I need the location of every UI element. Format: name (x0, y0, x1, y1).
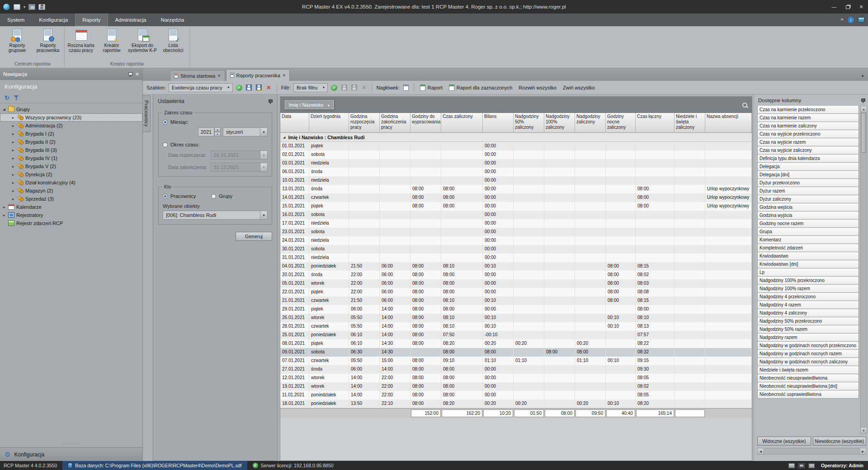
available-column-item[interactable]: Niedziele i święta razem (757, 366, 859, 374)
table-row[interactable]: 31.01.2021niedziela00:00 (280, 254, 752, 262)
table-row[interactable]: 26.01.2021wtorek05:5014:0008:0008:1000:1… (280, 314, 752, 322)
search-icon[interactable] (742, 103, 747, 108)
column-header[interactable]: Bilans (483, 113, 514, 133)
ribbon-button[interactable]: Kreator raportów (96, 27, 127, 54)
table-row[interactable]: 16.01.2021sobota00:00 (280, 211, 752, 219)
save-template-icon[interactable] (245, 84, 253, 91)
column-header[interactable]: Niedziele i święta zaliczony (675, 113, 705, 133)
save-template-as-icon[interactable] (255, 84, 263, 91)
table-row[interactable]: 22.01.2021piątek22:0006:0008:0008:0000:0… (280, 288, 752, 296)
printer-icon[interactable] (788, 463, 795, 468)
table-row[interactable]: 01.01.2021piątek00:00 (280, 142, 752, 150)
ribbon-button[interactable]: Raporty grupowe (2, 27, 33, 54)
configuration-footer-button[interactable]: ⚙ Konfiguracja (0, 447, 142, 461)
table-row[interactable]: 20.01.2021środa22:0006:0008:0008:0000:00… (280, 271, 752, 279)
tree-item[interactable]: Wszyscy pracownicy (23) (0, 113, 142, 122)
table-row[interactable]: 28.01.2021czwartek05:5014:0008:0008:1000… (280, 322, 752, 331)
table-row[interactable]: 19.01.2021wtorek14:0022:0008:0008:0000:0… (280, 382, 752, 391)
tab-strona-startowa[interactable]: Strona startowa ✕ (170, 70, 225, 81)
grid-icon[interactable] (808, 463, 815, 468)
panel-splitter[interactable]: ······ (0, 439, 142, 447)
available-column-item[interactable]: Godzina wyjścia (757, 211, 859, 220)
spin-up-icon[interactable]: ▲ (214, 127, 221, 132)
tab-pracownicy[interactable]: Pracownicy (143, 95, 151, 132)
table-row[interactable]: 07.01.2021czwartek05:5015:0008:0009:1001… (280, 357, 752, 365)
table-row[interactable]: 06.01.2021środa00:00 (280, 168, 752, 176)
report-selected-button[interactable]: Raport dla zaznaczonych (447, 84, 514, 92)
table-row[interactable]: 14.01.2021czwartek08:0008:0000:0008:00Ur… (280, 193, 752, 202)
collapse-all-button[interactable]: Zwiń wszystko (561, 84, 597, 91)
employees-radio[interactable] (163, 194, 168, 199)
hidden-all-button[interactable]: Niewidoczne (wszystkie) (813, 437, 867, 446)
delete-filter-icon[interactable]: ✕ (360, 84, 368, 91)
column-header[interactable]: Godzina rozpoczęcia pracy (349, 113, 380, 133)
column-header[interactable]: Czas łączny (636, 113, 675, 133)
column-header[interactable]: Nazwa absencji (705, 113, 752, 133)
table-row[interactable]: 21.01.2021czwartek21:5006:0008:0008:1000… (280, 296, 752, 305)
table-row[interactable]: 05.01.2021wtorek22:0006:0008:0008:0000:0… (280, 279, 752, 288)
table-row[interactable]: 17.01.2021niedziela00:00 (280, 219, 752, 228)
template-combo[interactable]: Ewidencja czasu pracy▼ (169, 83, 233, 92)
available-column-item[interactable]: Dyżur zaliczony (757, 195, 859, 203)
table-row[interactable]: 15.01.2021piątek08:0008:0000:0008:00Urlo… (280, 202, 752, 211)
table-row[interactable]: 18.01.2021poniedziałek13:5022:1008:0008:… (280, 400, 752, 408)
end-date-field[interactable]: 31.12.2021 ▼ (211, 163, 268, 172)
table-row[interactable]: 04.01.2021poniedziałek21:5006:0008:0008:… (280, 262, 752, 271)
table-row[interactable]: 11.01.2021poniedziałek14:0022:0008:0008:… (280, 391, 752, 400)
table-row[interactable]: 27.01.2021środa06:0014:0008:0008:0000:00… (280, 365, 752, 374)
available-column-item[interactable]: Krwiodawstwo [dni] (757, 260, 859, 268)
filter-combo[interactable]: Brak filtru▼ (293, 83, 328, 92)
chevron-down-icon[interactable]: ▾ (24, 5, 25, 9)
pin-icon[interactable] (861, 98, 865, 103)
filter-icon[interactable] (14, 95, 19, 100)
column-header[interactable]: Dzień tygodnia (309, 113, 349, 133)
available-column-item[interactable]: Dyżur przekroczono (757, 179, 859, 187)
available-column-item[interactable]: Grupa (757, 227, 859, 236)
groups-radio[interactable] (211, 194, 216, 199)
available-column-item[interactable]: Definicja typu dnia kalendarza (757, 154, 859, 163)
table-row[interactable]: 25.01.2021poniedziałek06:1014:0008:0007:… (280, 331, 752, 339)
tree-item[interactable]: Rejestratory (0, 211, 142, 219)
column-header[interactable]: Godzina zakończenia pracy (380, 113, 410, 133)
available-column-item[interactable]: Czas na karmienie razem (757, 113, 859, 122)
scroll-right-icon[interactable]: ▶ (859, 448, 866, 454)
apply-template-icon[interactable]: ✓ (236, 84, 243, 91)
window-menu-icon[interactable] (14, 4, 20, 10)
tree-item[interactable]: Kalendarze (0, 203, 142, 211)
available-column-item[interactable]: Nadgodziny 4 razem (757, 301, 859, 309)
ribbon-button[interactable]: Eksport do systemów K-P (127, 27, 158, 54)
visible-all-button[interactable]: Widoczne (wszystkie) (757, 437, 811, 446)
month-radio[interactable] (163, 120, 168, 125)
available-column-item[interactable]: Kompletność zdarzeń (757, 244, 859, 252)
delete-template-icon[interactable]: ✕ (265, 84, 273, 91)
available-column-item[interactable]: Dyżur razem (757, 187, 859, 195)
tree-item[interactable]: Rejestr zdarzeń RCP (0, 219, 142, 227)
period-radio[interactable] (163, 142, 168, 147)
scroll-up-icon[interactable]: ▲ (861, 106, 867, 113)
table-row[interactable]: 03.01.2021niedziela00:00 (280, 159, 752, 168)
group-row[interactable]: ◢ Imię i Nazwisko : Chambless Rudi (280, 133, 752, 142)
tab-list-dropdown-icon[interactable]: ▼ (861, 74, 864, 78)
table-row[interactable]: 09.01.2021sobota06:3014:3008:0008:0008:0… (280, 348, 752, 357)
available-column-item[interactable]: Czas na karmienie zaliczony (757, 122, 859, 130)
available-column-item[interactable]: Nadgodziny 100% przekroczono (757, 276, 859, 285)
available-column-item[interactable]: Nieobecność nieusprawiedliwiona (757, 374, 859, 382)
menu-tab[interactable]: Narzędzia (154, 14, 192, 26)
available-column-item[interactable]: Nadgodziny 4 przekroczono (757, 292, 859, 301)
help-panel-icon[interactable] (858, 17, 864, 23)
refresh-icon[interactable]: ↻ (5, 94, 9, 101)
tree-item[interactable]: Brygada IV (1) (0, 154, 142, 162)
available-column-item[interactable]: Nadgodziny 4 zaliczony (757, 309, 859, 317)
restore-button[interactable] (841, 0, 854, 14)
close-tab-icon[interactable]: ✕ (283, 73, 286, 78)
save-filter-icon[interactable] (340, 84, 348, 91)
available-column-item[interactable]: Lp (757, 268, 859, 277)
table-row[interactable]: 08.01.2021piątek06:1014:3008:0008:2000:2… (280, 339, 752, 348)
available-column-item[interactable]: Godzina wejścia (757, 203, 859, 212)
available-column-item[interactable]: Nadgodziny w godzinach nocnych zaliczony (757, 357, 859, 366)
tree-item[interactable]: Sprzedaż (3) (0, 195, 142, 203)
column-header[interactable]: Data (280, 113, 309, 133)
objects-combo[interactable]: [006]: Chambless Rudi ▼ (163, 211, 268, 220)
generate-button[interactable]: Generuj (236, 232, 272, 241)
table-row[interactable]: 02.01.2021sobota00:00 (280, 150, 752, 159)
